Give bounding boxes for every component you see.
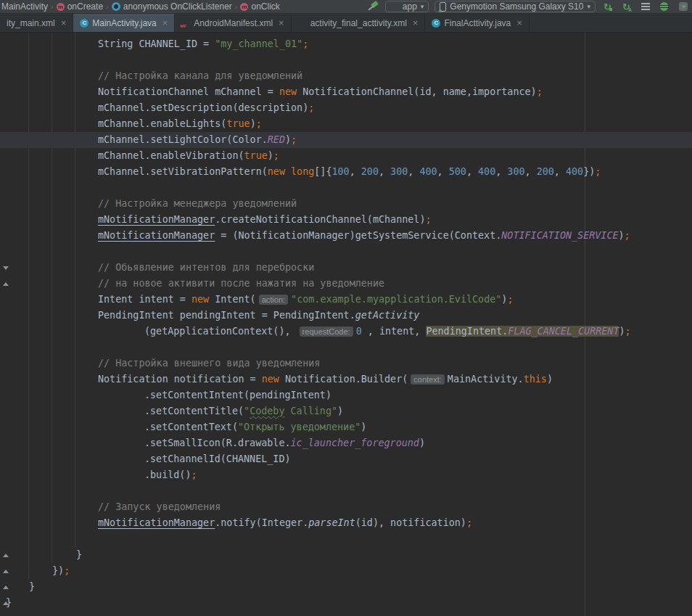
code-token: NotificationChannel(id, name,importance) [297, 86, 537, 97]
debug-icon[interactable] [658, 1, 670, 12]
code-token: Notification notification = [98, 374, 262, 385]
apply-changes-restart-icon[interactable]: ↻ [601, 1, 614, 12]
breadcrumb-item-onclick[interactable]: monClick [240, 1, 279, 12]
code-line[interactable]: // на новое активити после нажатия на ув… [0, 276, 692, 292]
code-line[interactable]: mChannel.setLightColor(Color.RED); [0, 132, 692, 148]
code-line[interactable]: } [0, 579, 692, 595]
code-token: []{ [314, 166, 331, 177]
code-token: FLAG_CANCEL_CURRENT [508, 326, 619, 337]
code-token: "Открыть уведомление" [238, 422, 361, 432]
code-line[interactable] [0, 483, 692, 499]
code-line[interactable]: mChannel.setDescription(description); [0, 100, 692, 116]
code-line[interactable] [0, 340, 692, 356]
code-line[interactable]: mChannel.setVibrationPattern(new long[]{… [0, 164, 692, 180]
fold-marker-icon[interactable] [3, 266, 9, 270]
code-line[interactable]: .setSmallIcon(R.drawable.ic_launcher_for… [0, 435, 692, 451]
tab-finalacttivity-java[interactable]: CFinalActtivity.java× [425, 14, 529, 32]
code-token: ; [537, 86, 543, 97]
run-config-select[interactable]: app ▾ [385, 1, 429, 12]
code-token: , [408, 166, 419, 177]
tab-mainactivity-java[interactable]: CMainActivity.java× [73, 14, 175, 32]
code-line[interactable] [0, 244, 692, 260]
parameter-hint: action: [259, 295, 288, 305]
code-token: ) [619, 230, 625, 241]
code-line[interactable]: mChannel.enableVibration(true); [0, 148, 692, 164]
code-token: ; [302, 38, 308, 49]
tab-androidmanifest-xml[interactable]: MFAndroidManifest.xml× [175, 14, 291, 32]
code-token: " [244, 406, 250, 416]
code-line[interactable]: .build(); [0, 467, 692, 483]
code-line[interactable]: Notification notification = new Notifica… [0, 371, 692, 387]
code-line[interactable]: // Настройка канала для уведомлений [0, 68, 692, 84]
code-line[interactable] [0, 180, 692, 196]
close-icon[interactable]: × [413, 18, 419, 28]
fold-marker-icon[interactable] [3, 570, 9, 573]
code-token: // Настройка канала для уведомлений [98, 70, 302, 81]
code-line[interactable]: mNotificationManager.createNotificationC… [0, 212, 692, 228]
tab-ity-main-xml[interactable]: ity_main.xml× [0, 14, 73, 32]
fold-marker-icon[interactable] [3, 282, 9, 286]
breadcrumb-item-mainactivity[interactable]: MainActivity [1, 1, 48, 12]
code-line[interactable]: // Настройка менеджера уведомлений [0, 196, 692, 212]
code-line[interactable]: } [0, 595, 692, 611]
code-line[interactable]: // Запуск уведомления [0, 499, 692, 515]
code-line[interactable]: // Обьявление интентов для переброски [0, 260, 692, 276]
code-line[interactable] [0, 531, 692, 547]
fold-marker-icon[interactable] [3, 586, 9, 589]
code-line[interactable]: }); [0, 563, 692, 579]
toolbar-right: app ▾ Genymotion Samsung Galaxy S10 ▾ ↻↻… [368, 1, 692, 12]
code-token: // Запуск уведомления [98, 501, 221, 512]
close-icon[interactable]: × [162, 18, 168, 28]
close-icon[interactable]: × [279, 18, 284, 28]
code-line[interactable]: // Настройка внешнего вида уведомления [0, 356, 692, 371]
device-select[interactable]: Genymotion Samsung Galaxy S10 ▾ [434, 1, 596, 12]
code-token: , intent, [362, 326, 427, 337]
fold-marker-icon[interactable] [3, 554, 9, 557]
code-line[interactable]: .setContentTitle("Codeby Calling") [0, 403, 692, 419]
attach-profiler-icon[interactable] [677, 1, 689, 12]
code-line[interactable]: } [0, 547, 692, 563]
editor[interactable]: String CHANNEL_ID = "my_channel_01"; // … [0, 33, 692, 616]
code-token: ; [507, 294, 513, 305]
code-line[interactable]: NotificationChannel mChannel = new Notif… [0, 84, 692, 100]
fold-marker-icon[interactable] [3, 601, 9, 605]
code-token [285, 166, 291, 177]
breadcrumb-item-anonymous-onclicklistener[interactable]: anonymous OnClickListener [112, 1, 232, 12]
code-token: , [554, 166, 566, 177]
code-line[interactable]: Intent intent = new Intent(action:"com.e… [0, 292, 692, 308]
tab-activity-final-acttivity-xml[interactable]: activity_final_acttivity.xml× [292, 14, 426, 32]
code-line[interactable]: PendingIntent pendingIntent = PendingInt… [0, 308, 692, 324]
run-configurations-icon[interactable] [639, 1, 651, 12]
breadcrumb: MainActivity›monCreate›anonymous OnClick… [1, 1, 280, 12]
code-line[interactable] [0, 52, 692, 68]
code-line[interactable]: mNotificationManager = (NotificationMana… [0, 228, 692, 244]
manifest-file-icon: MF [181, 19, 190, 27]
close-icon[interactable]: × [61, 18, 67, 28]
apply-code-changes-icon[interactable]: ↻A [620, 1, 633, 12]
code-line[interactable]: mNotificationManager.notify(Integer.pars… [0, 515, 692, 531]
code-token: ) [419, 438, 425, 448]
code-token: .setContentIntent(pendingIntent) [144, 390, 331, 401]
code-line[interactable]: .setChannelId(CHANNEL_ID) [0, 451, 692, 467]
code-token: (getApplicationContext(), [144, 326, 297, 337]
code-line[interactable]: .setContentText("Открыть уведомление") [0, 419, 692, 435]
code-token: getActivity [355, 310, 420, 321]
code-token: 0 [356, 326, 362, 337]
code-line[interactable]: .setContentIntent(pendingIntent) [0, 387, 692, 403]
code-token: "com.example.myapplication.EvilCode" [291, 294, 501, 305]
code-token: parseInt [308, 517, 355, 528]
code-line[interactable]: mChannel.enableLights(true); [0, 116, 692, 132]
build-hammer-icon[interactable] [368, 1, 379, 12]
anonymous-class-icon [112, 2, 120, 11]
code-area[interactable]: String CHANNEL_ID = "my_channel_01"; // … [0, 33, 692, 611]
android-xml-file-icon [298, 19, 307, 27]
code-line[interactable]: (getApplicationContext(), requestCode:0 … [0, 324, 692, 340]
breadcrumb-item-oncreate[interactable]: monCreate [57, 1, 103, 12]
close-icon[interactable]: × [516, 18, 522, 28]
breadcrumb-label: onCreate [67, 1, 103, 12]
code-line[interactable]: String CHANNEL_ID = "my_channel_01"; [0, 36, 692, 52]
code-token: , [466, 166, 478, 177]
code-token: .build() [144, 469, 191, 480]
code-token: }) [583, 166, 595, 177]
code-token: ) [619, 326, 625, 337]
